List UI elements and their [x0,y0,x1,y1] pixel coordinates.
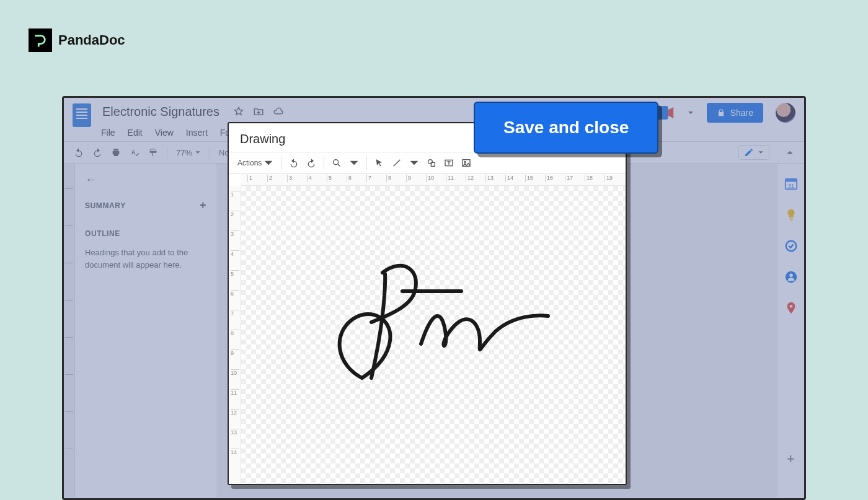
back-arrow-icon[interactable]: ← [85,172,97,186]
document-title[interactable]: Electronic Signatures [102,105,219,119]
spellcheck-icon[interactable] [130,147,140,157]
cloud-saved-icon[interactable] [273,106,284,117]
pandadoc-mark-icon [29,29,52,52]
signature-drawing [328,248,551,384]
undo-icon[interactable] [289,158,299,168]
docs-app-icon[interactable] [73,103,91,127]
contacts-icon[interactable] [784,270,798,284]
outline-empty-text: Headings that you add to the document wi… [85,247,206,271]
titlebar: Electronic Signatures Share [64,98,804,125]
line-tool-icon[interactable] [392,158,402,168]
summary-label: SUMMARY [85,201,126,210]
redo-icon[interactable] [92,147,102,157]
menu-file[interactable]: File [101,128,115,138]
vertical-ruler [64,164,75,497]
chevron-down-icon[interactable] [409,158,419,168]
lock-icon [717,108,725,117]
svg-point-14 [464,161,466,163]
drawing-vertical-ruler: 1234567891011121314 [229,186,241,484]
print-icon[interactable] [111,147,121,157]
shape-tool-icon[interactable] [427,158,436,168]
move-folder-icon[interactable] [253,106,264,117]
tasks-icon[interactable] [784,239,798,253]
meet-dropdown-icon[interactable] [687,109,694,116]
svg-text:31: 31 [787,183,794,189]
keep-icon[interactable] [784,208,798,222]
add-addon-icon[interactable]: + [787,451,795,467]
save-and-close-button[interactable]: Save and close [474,102,658,154]
svg-point-10 [428,160,433,164]
chevron-down-icon [195,149,201,156]
zoom-icon[interactable] [332,158,342,168]
menu-insert[interactable]: Insert [186,128,208,138]
drawing-dialog: Drawing Actions 123456789101112131415161… [228,122,627,485]
drawing-toolbar: Actions [229,152,626,173]
svg-point-9 [334,160,339,165]
google-docs-window: Electronic Signatures Share File Edit Vi… [62,96,806,500]
title-action-icons [233,106,284,117]
pandadoc-logo: PandaDoc [29,29,125,52]
chevron-down-icon [758,149,764,156]
textbox-tool-icon[interactable] [444,158,454,168]
svg-rect-3 [785,179,796,182]
chevron-down-icon[interactable] [349,158,359,168]
add-summary-icon[interactable]: + [200,199,206,212]
svg-point-8 [789,305,792,308]
pencil-icon [744,147,754,157]
drawing-canvas[interactable] [241,186,626,484]
user-avatar[interactable] [776,103,795,123]
collapse-toolbar-icon[interactable] [786,148,794,157]
undo-icon[interactable] [74,147,84,157]
paint-format-icon[interactable] [148,147,158,157]
pandadoc-name: PandaDoc [58,32,125,48]
star-icon[interactable] [233,106,244,117]
actions-dropdown[interactable]: Actions [237,158,273,168]
outline-label: OUTLINE [85,229,206,238]
menu-view[interactable]: View [155,128,174,138]
side-panel: 31 + [777,164,804,497]
calendar-icon[interactable]: 31 [784,177,798,191]
maps-icon[interactable] [784,301,798,315]
zoom-dropdown[interactable]: 77% [176,148,201,157]
select-tool-icon[interactable] [374,158,384,168]
editing-mode-dropdown[interactable] [738,145,769,160]
share-button[interactable]: Share [707,103,763,123]
menu-edit[interactable]: Edit [128,128,143,138]
outline-panel: ← SUMMARY + OUTLINE Headings that you ad… [75,164,216,497]
svg-point-7 [789,274,793,278]
image-tool-icon[interactable] [461,158,471,168]
drawing-horizontal-ruler: 12345678910111213141516171819 [241,173,626,186]
caret-down-icon [264,158,273,168]
redo-icon[interactable] [306,158,316,168]
